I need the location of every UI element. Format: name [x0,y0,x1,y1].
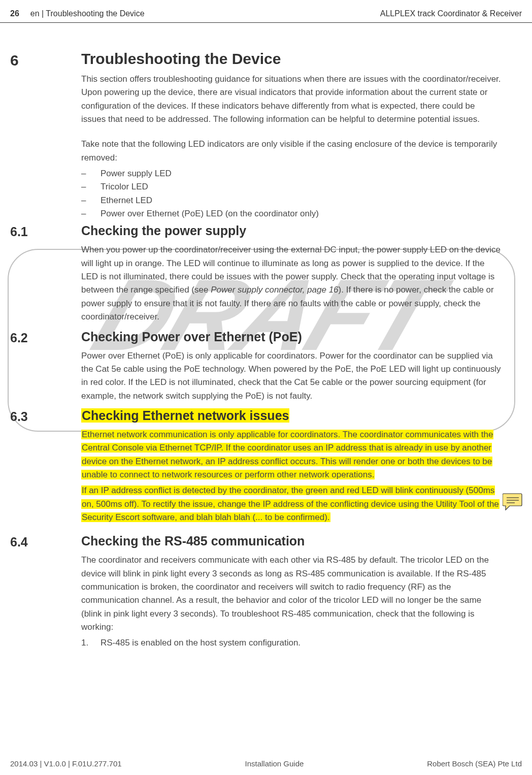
page-footer: 2014.03 | V1.0.0 | F.01U.277.701 Install… [0,759,532,768]
rs485-checklist: 1.RS-485 is enabled on the host system c… [81,636,502,650]
list-item: RS-485 is enabled on the host system con… [101,636,301,650]
list-item: Power over Ethernet (PoE) LED (on the co… [101,207,319,220]
header-product: ALLPLEX track Coordinator & Receiver [380,9,522,18]
section-6-1-para: When you power up the coordinator/receiv… [81,243,502,324]
page-number: 26 [10,9,19,18]
section-6-3-para2: If an IP address conflict is detected by… [81,484,502,524]
section-title-6-4: Checking the RS-485 communication [81,534,502,548]
page-header: 26 en | Troubleshooting the Device ALLPL… [0,0,532,23]
section-title-6: Troubleshooting the Device [81,50,502,68]
section-6-3-para1: Ethernet network communication is only a… [81,428,502,481]
section-number-6-3: 6.3 [10,408,81,425]
list-item: Tricolor LED [101,180,148,193]
section-number-6: 6 [10,50,81,70]
led-list: –Power supply LED –Tricolor LED –Etherne… [81,167,502,220]
section-number-6-4: 6.4 [10,534,81,551]
comment-annotation-icon[interactable] [503,493,523,513]
section-6-2-para: Power over Ethernet (PoE) is only applic… [81,349,502,403]
section-number-6-2: 6.2 [10,330,81,346]
footer-left: 2014.03 | V1.0.0 | F.01U.277.701 [10,759,122,768]
section-title-6-2: Checking Power over Ethernet (PoE) [81,330,502,344]
section-6-4-para: The coordinator and receivers communicat… [81,554,502,634]
section-6-para1: This section offers troubleshooting guid… [81,73,502,126]
section-number-6-1: 6.1 [10,223,81,240]
section-6-para2: Take note that the following LED indicat… [81,138,502,165]
footer-center: Installation Guide [245,759,304,768]
list-item: Ethernet LED [101,194,152,207]
header-path: en | Troubleshooting the Device [30,9,145,18]
section-title-6-3: Checking Ethernet network issues [81,408,502,423]
section-title-6-1: Checking the power supply [81,223,502,238]
list-item: Power supply LED [101,167,172,180]
footer-right: Robert Bosch (SEA) Pte Ltd [427,759,522,768]
xref-power-supply: Power supply connector, page 16 [211,285,338,295]
